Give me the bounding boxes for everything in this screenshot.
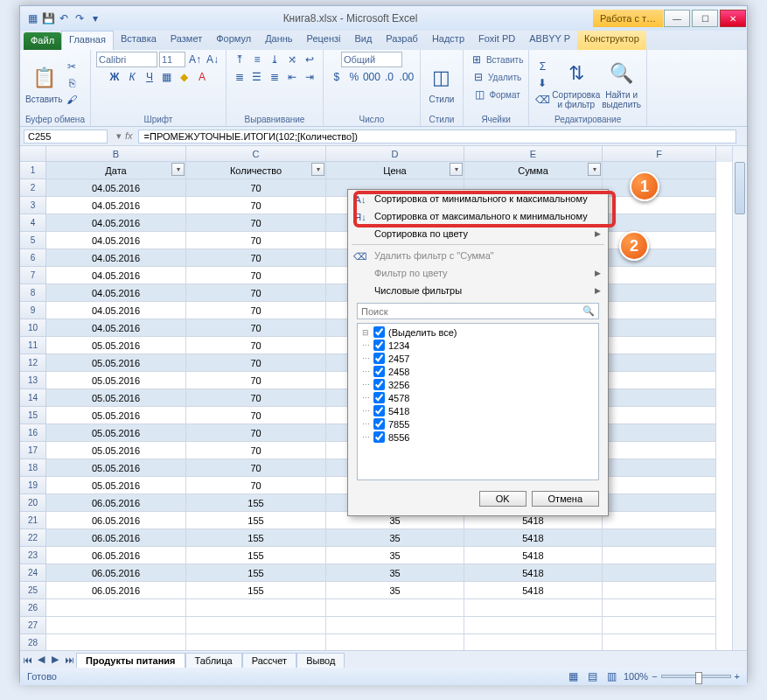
cell[interactable]: 70 <box>186 232 326 249</box>
qat-more-icon[interactable]: ▾ <box>88 11 102 25</box>
tab-formulas[interactable]: Формул <box>209 31 258 50</box>
font-size-select[interactable]: 11 <box>159 52 185 67</box>
autosum-icon[interactable]: Σ <box>534 59 550 74</box>
number-filters-item[interactable]: Числовые фильтры▶ <box>348 282 608 299</box>
row-header[interactable]: 15 <box>20 407 46 424</box>
currency-icon[interactable]: $ <box>329 69 345 85</box>
wrap-icon[interactable]: ↩ <box>302 52 317 67</box>
cell[interactable]: 06.05.2016 <box>46 494 186 512</box>
cell[interactable]: 04.05.2016 <box>46 214 186 232</box>
row-header[interactable]: 28 <box>20 634 46 650</box>
cut-icon[interactable]: ✂ <box>64 59 80 74</box>
filter-item[interactable]: ⋯3256 <box>359 378 596 391</box>
tab-data[interactable]: Даннь <box>258 31 299 50</box>
sort-filter-icon[interactable]: ⇅ <box>561 58 592 89</box>
cell[interactable]: 05.05.2016 <box>46 477 186 494</box>
cell[interactable]: 04.05.2016 <box>46 232 186 249</box>
col-header-f[interactable]: F <box>603 146 716 162</box>
sheet-nav-next[interactable]: ▶ <box>48 654 62 665</box>
tab-view[interactable]: Вид <box>347 31 379 50</box>
cell[interactable] <box>603 564 716 582</box>
cell[interactable] <box>603 512 716 529</box>
cell[interactable] <box>603 477 716 494</box>
cell[interactable]: 04.05.2016 <box>46 249 186 267</box>
delete-cells-icon[interactable]: ⊟ <box>471 69 486 85</box>
cell[interactable]: 70 <box>186 337 326 354</box>
cell[interactable]: 05.05.2016 <box>46 337 186 354</box>
cell[interactable] <box>603 459 716 477</box>
cell[interactable] <box>603 162 716 179</box>
insert-cells-icon[interactable]: ⊞ <box>469 52 485 67</box>
row-header[interactable]: 26 <box>20 599 46 617</box>
view-layout-icon[interactable]: ▤ <box>585 668 601 684</box>
cell[interactable]: 05.05.2016 <box>46 354 186 372</box>
sheet-nav-first[interactable]: ⏮ <box>20 654 34 665</box>
filter-button[interactable]: ▾ <box>171 163 185 176</box>
row-header[interactable]: 14 <box>20 389 46 407</box>
orient-icon[interactable]: ⤨ <box>284 52 300 67</box>
dec-dec-icon[interactable]: .00 <box>399 69 415 85</box>
filter-button[interactable]: ▾ <box>311 163 324 176</box>
tab-file[interactable]: Файл <box>24 32 61 50</box>
cell[interactable]: 04.05.2016 <box>46 267 186 284</box>
cell[interactable]: 04.05.2016 <box>46 284 186 302</box>
cell[interactable]: 155 <box>186 494 326 512</box>
tab-dev[interactable]: Разраб <box>379 31 425 50</box>
zoom-value[interactable]: 100% <box>624 671 648 682</box>
cell[interactable] <box>603 424 716 442</box>
cell[interactable] <box>603 372 716 389</box>
cell[interactable] <box>603 267 716 284</box>
table-header-qty[interactable]: Количество▾ <box>186 162 326 179</box>
sort-color-item[interactable]: Сортировка по цвету▶ <box>348 225 608 242</box>
number-format-select[interactable]: Общий <box>341 52 402 67</box>
row-header[interactable]: 22 <box>20 529 46 547</box>
cell[interactable] <box>603 354 716 372</box>
fx-icon[interactable]: fx <box>125 130 133 142</box>
row-header[interactable]: 9 <box>20 302 46 319</box>
cell[interactable]: 70 <box>186 424 326 442</box>
filter-button[interactable]: ▾ <box>450 163 463 176</box>
filter-item[interactable]: ⋯4578 <box>359 391 596 404</box>
clear-icon[interactable]: ⌫ <box>534 92 550 108</box>
row-header[interactable]: 12 <box>20 354 46 372</box>
row-header[interactable]: 5 <box>20 232 46 249</box>
cell[interactable]: 5418 <box>464 529 603 547</box>
font-name-select[interactable]: Calibri <box>96 52 157 67</box>
cell[interactable]: 35 <box>326 529 464 547</box>
cell[interactable]: 5418 <box>464 582 603 599</box>
view-break-icon[interactable]: ▥ <box>604 668 620 684</box>
sheet-tab-3[interactable]: Рассчет <box>242 653 297 668</box>
cell[interactable]: 05.05.2016 <box>46 424 186 442</box>
row-header[interactable]: 1 <box>20 162 46 179</box>
cell[interactable]: 70 <box>186 284 326 302</box>
row-header[interactable]: 25 <box>20 582 46 599</box>
tab-home[interactable]: Главная <box>61 31 114 50</box>
table-header-date[interactable]: Дата▾ <box>46 162 186 179</box>
filter-item[interactable]: ⋯5418 <box>359 404 596 417</box>
filter-value-list[interactable]: ⊟(Выделить все) ⋯1234⋯2457⋯2458⋯3256⋯457… <box>357 323 599 480</box>
filter-search-input[interactable] <box>361 306 582 317</box>
cell[interactable]: 70 <box>186 179 326 197</box>
maximize-button[interactable]: ☐ <box>692 10 718 27</box>
zoom-slider[interactable] <box>661 675 731 678</box>
view-normal-icon[interactable]: ▦ <box>566 668 582 684</box>
row-header[interactable]: 3 <box>20 197 46 214</box>
zoom-out[interactable]: − <box>652 671 657 682</box>
cell[interactable]: 06.05.2016 <box>46 582 186 599</box>
cell[interactable] <box>603 529 716 547</box>
row-header[interactable]: 6 <box>20 249 46 267</box>
col-header-d[interactable]: D <box>326 146 464 162</box>
tab-design[interactable]: Конструктор <box>577 31 646 50</box>
cell[interactable]: 70 <box>186 319 326 337</box>
cell[interactable]: 70 <box>186 214 326 232</box>
col-header-c[interactable]: C <box>186 146 326 162</box>
cell[interactable]: 05.05.2016 <box>46 407 186 424</box>
sheet-tab-1[interactable]: Продукты питания <box>76 653 185 668</box>
cell[interactable]: 35 <box>326 582 464 599</box>
filter-search[interactable]: 🔍 <box>357 303 599 319</box>
cell[interactable]: 70 <box>186 442 326 459</box>
ok-button[interactable]: OK <box>479 491 526 507</box>
cell[interactable] <box>603 319 716 337</box>
row-header[interactable]: 23 <box>20 547 46 564</box>
fill-color-icon[interactable]: ◆ <box>177 69 192 85</box>
